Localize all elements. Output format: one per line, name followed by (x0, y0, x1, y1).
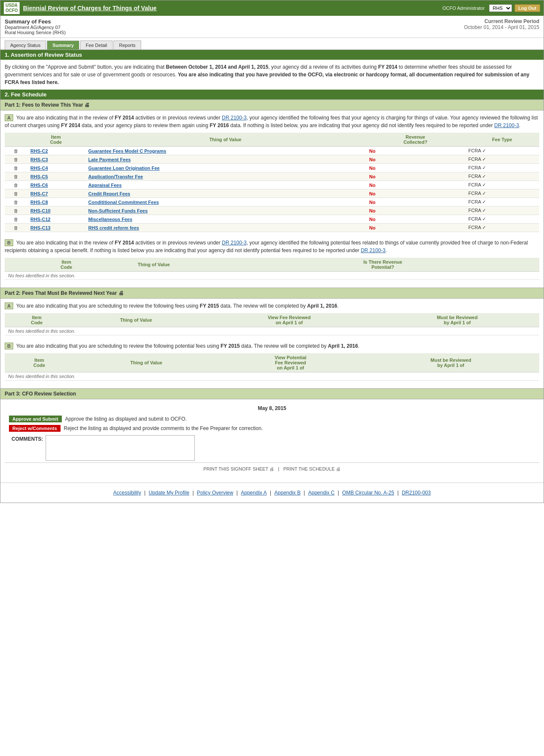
comments-row: COMMENTS: (9, 435, 535, 461)
item-code-2[interactable]: RHS-C4 (27, 164, 85, 172)
th-b-item-code: ItemCode (52, 258, 81, 272)
table-row: 🗑 RHS-C4 Guarantee Loan Origination Fee … (5, 164, 539, 172)
item-code-6[interactable]: RHS-C8 (27, 198, 85, 206)
thing-of-value-5[interactable]: Credit Report Fees (85, 189, 366, 198)
reject-text: Reject the listing as displayed and prov… (64, 425, 263, 431)
revenue-8: No (366, 215, 465, 224)
footer-link-dr2100[interactable]: DR2100-003 (402, 490, 431, 496)
reject-button[interactable]: Reject w/Comments (9, 425, 61, 432)
part1-table-b: ItemCode Thing of Value Is There Revenue… (5, 258, 539, 280)
print-bar: PRINT THIS SIGNOFF SHEET 🖨 | PRINT THE S… (5, 462, 539, 475)
table-row: 🗑 RHS-C3 Late Payment Fees No FCRA ✓ (5, 155, 539, 164)
delete-icon-3[interactable]: 🗑 (5, 172, 27, 181)
fee-type-4: FCRA ✓ (465, 181, 539, 189)
item-code-5[interactable]: RHS-C7 (27, 189, 85, 198)
table-row: 🗑 RHS-C10 Non-Sufficient Funds Fees No F… (5, 206, 539, 215)
th-2a-must: Must be Reviewedby April 1 of (375, 313, 539, 327)
crp-title: Current Review Period (464, 18, 539, 24)
item-code-7[interactable]: RHS-C10 (27, 206, 85, 215)
dr2100-link-1a[interactable]: DR 2100-3 (222, 115, 246, 121)
revenue-0: No (366, 147, 465, 155)
th-2b-tov: Thing of Value (74, 353, 219, 372)
table-row: No fees identified in this section. (5, 272, 539, 280)
th-2b-item: ItemCode (5, 353, 74, 372)
comments-textarea[interactable] (46, 435, 195, 461)
fee-type-5: FCRA ✓ (465, 189, 539, 198)
table-row: 🗑 RHS-C12 Miscellaneous Fees No FCRA ✓ (5, 215, 539, 224)
item-code-9[interactable]: RHS-C13 (27, 224, 85, 232)
th-2b-must: Must be Reviewedby April 1 of (362, 353, 539, 372)
crp-dates: October 01, 2014 - April 01, 2015 (464, 24, 539, 30)
delete-icon-2[interactable]: 🗑 (5, 164, 27, 172)
tab-fee-detail[interactable]: Fee Detail (80, 41, 113, 49)
cfo-actions: Approve and Submit Approve the listing a… (5, 414, 539, 462)
approve-row: Approve and Submit Approve the listing a… (9, 416, 535, 422)
fee-type-1: FCRA ✓ (465, 155, 539, 164)
tab-agency-status[interactable]: Agency Status (5, 41, 46, 49)
thing-of-value-3[interactable]: Application/Transfer Fee (85, 172, 366, 181)
delete-icon-1[interactable]: 🗑 (5, 155, 27, 164)
delete-icon-7[interactable]: 🗑 (5, 206, 27, 215)
section2-header: 2. Fee Schedule (0, 90, 544, 99)
item-code-1[interactable]: RHS-C3 (27, 155, 85, 164)
print-signoff-icon: 🖨 (269, 466, 274, 471)
fee-type-0: FCRA ✓ (465, 147, 539, 155)
th-revenue: RevenueCollected? (366, 133, 465, 147)
approve-text: Approve the listing as displayed and sub… (65, 416, 187, 422)
part2-title: Part 2: Fees That Must Be Reviewed Next … (5, 290, 117, 296)
footer-link-omb[interactable]: OMB Circular No. A-25 (342, 490, 394, 496)
delete-icon-8[interactable]: 🗑 (5, 215, 27, 224)
footer-link-appendix-b[interactable]: Appendix B (275, 490, 301, 496)
cfo-date: May 8, 2015 (5, 403, 539, 414)
table-row: 🗑 RHS-C5 Application/Transfer Fee No FCR… (5, 172, 539, 181)
item-code-8[interactable]: RHS-C12 (27, 215, 85, 224)
dr2100-link-1a2[interactable]: DR 2100-3 (494, 122, 519, 128)
thing-of-value-7[interactable]: Non-Sufficient Funds Fees (85, 206, 366, 215)
delete-icon-9[interactable]: 🗑 (5, 224, 27, 232)
print-schedule-label: PRINT THE SCHEDULE (283, 466, 335, 471)
th-item-code: ItemCode (27, 133, 85, 147)
app-header: USDA OCFO Biennial Review of Charges for… (0, 0, 544, 16)
thing-of-value-9[interactable]: RHS credit reform fees (85, 224, 366, 232)
footer-link-profile[interactable]: Update My Profile (149, 490, 189, 496)
footer-link-appendix-c[interactable]: Appendix C (308, 490, 335, 496)
thing-of-value-0[interactable]: Guarantee Fees Model C Programs (85, 147, 366, 155)
thing-of-value-6[interactable]: Condititional Commitment Fees (85, 198, 366, 206)
thing-of-value-2[interactable]: Guarantee Loan Origination Fee (85, 164, 366, 172)
tab-reports[interactable]: Reports (113, 41, 141, 49)
dr2100-link-1b2[interactable]: DR 2100-3 (361, 247, 385, 253)
item-code-4[interactable]: RHS-C6 (27, 181, 85, 189)
print-signoff-link[interactable]: PRINT THIS SIGNOFF SHEET 🖨 (203, 466, 275, 471)
footer-link-policy[interactable]: Policy Overview (197, 490, 233, 496)
th-b-delete (5, 258, 52, 272)
table-row: 🗑 RHS-C13 RHS credit reform fees No FCRA… (5, 224, 539, 232)
no-fees-2b: No fees identified in this section. (5, 372, 539, 381)
part1-table-a-wrapper: ItemCode Thing of Value RevenueCollected… (0, 133, 544, 236)
delete-icon-5[interactable]: 🗑 (5, 189, 27, 198)
item-code-0[interactable]: RHS-C2 (27, 147, 85, 155)
part1-header: Part 1: Fees to Review This Year 🖨 (0, 99, 544, 110)
delete-icon-4[interactable]: 🗑 (5, 181, 27, 189)
item-code-3[interactable]: RHS-C5 (27, 172, 85, 181)
dr2100-link-1b[interactable]: DR 2100-3 (222, 240, 246, 246)
logout-button[interactable]: Log Out (515, 4, 540, 12)
summary-bar: Summary of Fees Department AG/Agency 07 … (0, 16, 544, 38)
summary-right: Current Review Period October 01, 2014 -… (464, 18, 539, 35)
part2-table-b-wrapper: ItemCode Thing of Value View PotentialFe… (0, 353, 544, 384)
print-icon-part2: 🖨 (119, 290, 124, 296)
part2-table-b: ItemCode Thing of Value View PotentialFe… (5, 353, 539, 381)
footer: Accessibility | Update My Profile | Poli… (0, 483, 544, 503)
footer-link-appendix-a[interactable]: Appendix A (241, 490, 267, 496)
approve-button[interactable]: Approve and Submit (9, 416, 62, 422)
delete-icon-0[interactable]: 🗑 (5, 147, 27, 155)
agency-select[interactable]: RHS (489, 4, 512, 12)
footer-link-accessibility[interactable]: Accessibility (113, 490, 141, 496)
thing-of-value-8[interactable]: Miscellaneous Fees (85, 215, 366, 224)
part2-header: Part 2: Fees That Must Be Reviewed Next … (0, 288, 544, 299)
print-icon-part1: 🖨 (84, 102, 90, 108)
print-schedule-link[interactable]: PRINT THE SCHEDULE 🖨 (283, 466, 341, 471)
thing-of-value-4[interactable]: Appraisal Fees (85, 181, 366, 189)
delete-icon-6[interactable]: 🗑 (5, 198, 27, 206)
tab-summary[interactable]: Summary (47, 41, 79, 49)
thing-of-value-1[interactable]: Late Payment Fees (85, 155, 366, 164)
